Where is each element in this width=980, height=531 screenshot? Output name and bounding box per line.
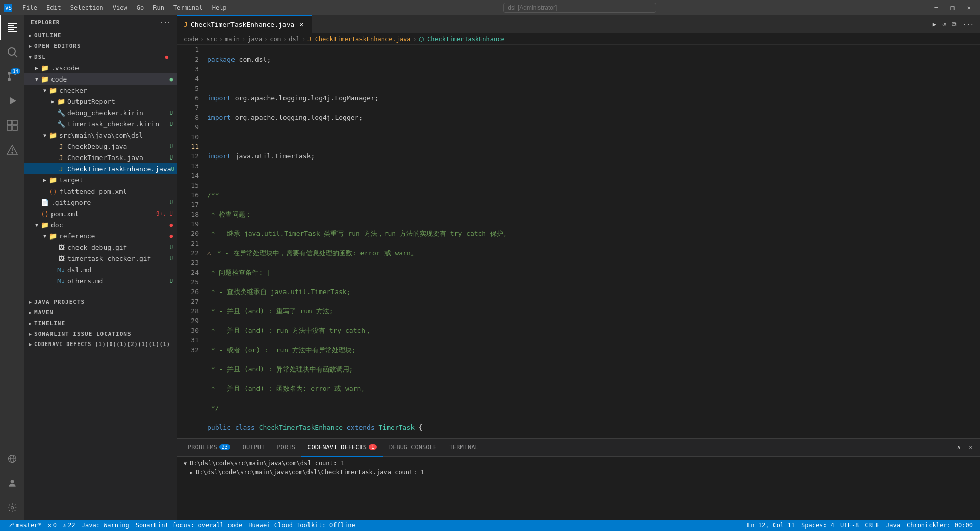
tree-item-checktimertask[interactable]: J CheckTimerTask.java U [24,152,177,163]
tree-item-src-path[interactable]: ▼ 📁 src\main\java\com\dsl [24,129,177,141]
maven-section[interactable]: ▶ MAVEN [24,307,177,318]
panel-row-1[interactable]: ▶ D:\dsl\code\src\main\java\com\dsl\Chec… [177,468,980,477]
timeline-section[interactable]: ▶ TIMELINE [24,318,177,329]
activity-search[interactable] [0,40,24,64]
sonarlint-section[interactable]: ▶ SONARLINT ISSUE LOCATIONS [24,329,177,339]
tree-item-vscode[interactable]: ▶ 📁 .vscode [24,62,177,73]
tree-item-flattened-pom[interactable]: ⟨⟩ flattened-pom.xml [24,185,177,197]
tree-item-checkdebug[interactable]: J CheckDebug.java U [24,141,177,152]
codenavi-defects-section[interactable]: ▶ CODENAVI DEFECTS (1)(0)(1)(2)(1)(1)(1) [24,339,177,349]
tree-item-timertask-checker-kirin[interactable]: 🔧 timertask_checker.kirin U [24,118,177,129]
minimap [949,45,980,438]
history-button[interactable]: ↺ [940,20,948,29]
breadcrumb-src[interactable]: src [206,36,217,43]
maximize-button[interactable]: □ [945,3,960,13]
gitignore-label: .gitignore [51,199,169,206]
sidebar-section-dsl[interactable]: ▼ DSL ● [24,51,177,62]
vscode-arrow: ▶ [33,65,41,71]
panel-row-0[interactable]: ▼ D:\dsl\code\src\main\java\com\dsl coun… [177,459,980,468]
activity-run[interactable] [0,89,24,113]
tree-item-others-md[interactable]: M↓ others.md U [24,275,177,286]
more-button[interactable]: ··· [961,20,976,29]
activity-extensions[interactable] [0,113,24,138]
menu-edit[interactable]: Edit [42,3,65,12]
code-status: ● [169,76,173,83]
menu-run[interactable]: Run [149,3,168,12]
panel-tab-problems[interactable]: PROBLEMS 23 [182,439,237,457]
menu-selection[interactable]: Selection [66,3,108,12]
breadcrumb-file[interactable]: J CheckTimerTaskEnhance.java [307,36,410,43]
panel-tab-debug-console[interactable]: DEBUG CONSOLE [383,439,443,457]
status-errors[interactable]: ✕ 0 [45,520,60,531]
gif-icon: 🖼 [57,244,65,251]
status-encoding[interactable]: UTF-8 [837,520,862,531]
tree-item-debug-checker-kirin[interactable]: 🔧 debug_checker.kirin U [24,107,177,118]
sidebar-section-open-editors[interactable]: ▶ OPEN EDITORS [24,41,177,51]
code-content[interactable]: package com.dsl; import org.apache.loggi… [203,45,949,438]
run-button[interactable]: ▶ [931,20,938,29]
menu-view[interactable]: View [109,3,132,12]
panel-tab-ports[interactable]: PORTS [271,439,301,457]
activity-settings[interactable] [0,495,24,520]
others-md-status: U [169,278,173,284]
status-branch[interactable]: ⎇ master* [4,520,45,531]
md-icon: M↓ [57,266,65,274]
breadcrumb-code[interactable]: code [184,36,198,43]
menu-terminal[interactable]: Terminal [169,3,207,12]
tree-item-check-debug-gif[interactable]: 🖼 check_debug.gif U [24,242,177,253]
breadcrumb-main[interactable]: main [225,36,240,43]
panel-tab-codenavi[interactable]: CODENAVI DEFECTS 1 [301,439,383,457]
tree-item-timertask-checker-gif[interactable]: 🖼 timertask_checker.gif U [24,253,177,264]
tab-close-button[interactable]: ✕ [297,20,305,29]
menu-go[interactable]: Go [133,3,148,12]
tab-checktimertaskenhance[interactable]: J CheckTimerTaskEnhance.java ✕ [177,15,312,33]
code-editor[interactable]: 12345 678910 1112131415 1617181920 21222… [177,45,980,438]
close-button[interactable]: ✕ [962,3,976,13]
status-warnings[interactable]: ⚠ 22 [60,520,79,531]
status-language[interactable]: Java [883,520,904,531]
minimize-button[interactable]: ─ [929,3,943,13]
tree-item-target[interactable]: ▶ 📁 target [24,174,177,185]
tree-item-dsl-md[interactable]: M↓ dsl.md [24,264,177,275]
bottom-sections: ▶ JAVA PROJECTS ▶ MAVEN ▶ TIMELINE ▶ SON… [24,297,177,349]
activity-remote[interactable] [0,446,24,471]
tree-item-outputreport[interactable]: ▶ 📁 OutputReport [24,96,177,107]
panel-close-button[interactable]: ✕ [966,442,976,453]
breadcrumb-dsl[interactable]: dsl [289,36,300,43]
tree-item-doc[interactable]: ▼ 📁 doc ● [24,219,177,230]
status-spaces[interactable]: Spaces: 4 [798,520,837,531]
tree-item-reference[interactable]: ▼ 📁 reference ● [24,230,177,242]
status-java[interactable]: Java: Warning [79,520,133,531]
status-chronicler[interactable]: Chronickler: 00:00 [904,520,976,531]
panel-collapse-button[interactable]: ∧ [953,442,964,453]
dsl-md-label: dsl.md [67,266,177,274]
sidebar-section-outline[interactable]: ▶ OUTLINE [24,30,177,41]
tree-item-code[interactable]: ▼ 📁 code ● [24,73,177,85]
activity-codenavi[interactable] [0,138,24,162]
xml-icon2: ⟨⟩ [41,210,49,218]
activity-source-control[interactable]: 14 [0,64,24,89]
breadcrumb-java[interactable]: java [247,36,262,43]
tree-item-gitignore[interactable]: 📄 .gitignore U [24,197,177,208]
status-position[interactable]: Ln 12, Col 11 [744,520,798,531]
menu-file[interactable]: File [18,3,41,12]
breadcrumb-class[interactable]: ⬡ CheckTimerTaskEnhance [419,36,505,43]
java-icon2: J [57,154,65,162]
sidebar-more-button[interactable]: ··· [160,19,171,26]
debug-kirin-label: debug_checker.kirin [67,109,169,117]
activity-accounts[interactable] [0,471,24,495]
tree-item-pom[interactable]: ⟨⟩ pom.xml 9+, U [24,208,177,219]
breadcrumb-com[interactable]: com [270,36,281,43]
status-huawei[interactable]: Huawei Cloud Toolkit: Offline [245,520,358,531]
split-button[interactable]: ⧉ [950,20,959,29]
panel-tab-output[interactable]: OUTPUT [237,439,271,457]
status-sonarlint[interactable]: SonarLint focus: overall code [133,520,246,531]
activity-explorer[interactable] [0,15,24,40]
search-input[interactable] [503,3,656,13]
panel-tab-terminal[interactable]: TERMINAL [443,439,485,457]
tree-item-checker[interactable]: ▼ 📁 checker [24,85,177,96]
java-projects-section[interactable]: ▶ JAVA PROJECTS [24,297,177,307]
tree-item-checktimertaskenhance[interactable]: J CheckTimerTaskEnhance.java U [24,163,177,174]
status-eol[interactable]: CRLF [862,520,883,531]
menu-help[interactable]: Help [208,3,231,12]
